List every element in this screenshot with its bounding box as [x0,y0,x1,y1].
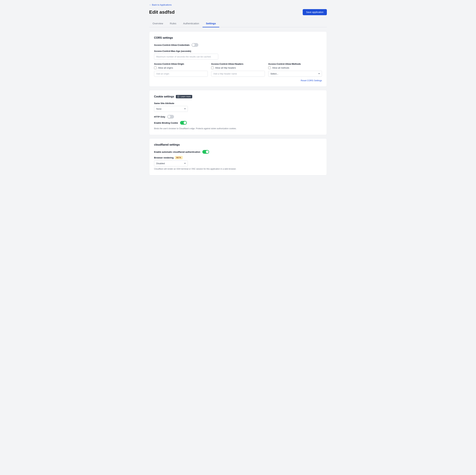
allow-all-origins-checkbox[interactable] [154,67,157,69]
allow-all-methods-checkbox[interactable] [268,67,271,69]
reset-cors-link[interactable]: Reset CORS Settings [301,79,322,82]
allow-all-headers-checkbox[interactable] [211,67,214,69]
learn-more-badge[interactable]: Learn more [176,95,192,98]
http-only-label: HTTP Only [154,116,165,118]
origin-col-label: Access-Control-Allow-Origin [154,63,208,65]
same-site-select[interactable]: None Lax Strict [154,106,188,112]
max-age-input[interactable] [154,54,218,60]
http-only-row: HTTP Only [154,115,322,119]
browser-rendering-label: Browser rendering [154,156,174,159]
tab-authentication[interactable]: Authentication [180,20,203,27]
back-to-applications-link[interactable]: ← Back to Applications [149,3,172,6]
allow-all-methods-label[interactable]: Allow all methods [272,67,289,69]
browser-rendering-description: Cloudflare will render an SSH terminal o… [154,167,322,170]
binding-cookie-description: Binds the user's browser to Cloudflare's… [154,127,322,130]
auto-auth-toggle[interactable] [202,150,209,154]
cloudflared-settings-title: cloudflared settings [154,143,322,146]
binding-cookie-label: Enable Binding Cookie [154,122,178,124]
auto-auth-row: Enable automatic cloudflared authenticat… [154,150,322,154]
headers-input[interactable] [211,71,265,77]
cors-methods-col: Access-Control-Allow-Methods Allow all m… [268,63,322,77]
reset-cors-link-container: Reset CORS Settings [154,79,322,82]
http-only-slider [167,115,174,119]
browser-rendering-select[interactable]: Disabled SSH VNC [154,160,188,166]
cookie-settings-title: Cookie settings [154,95,174,98]
auto-auth-label: Enable automatic cloudflared authenticat… [154,151,200,153]
tab-rules[interactable]: Rules [167,20,180,27]
cors-headers-col: Access-Control-Allow-Headers Allow all h… [211,63,265,77]
save-application-button[interactable]: Save application [303,9,327,15]
allow-all-headers-row: Allow all http headers [211,67,265,69]
credentials-label: Access-Control-Allow-Credentials [154,44,189,46]
beta-badge: BETA [175,156,183,159]
tab-overview[interactable]: Overview [149,20,167,27]
allow-all-headers-label[interactable]: Allow all http headers [215,67,236,69]
allow-all-origins-label[interactable]: Allow all origins [158,67,173,69]
same-site-label: Same Site Attribute [154,102,322,104]
origin-input[interactable] [154,71,208,77]
learn-more-label: Learn more [180,95,191,98]
page-title: Edit asdfsd [149,9,175,15]
allow-all-methods-row: Allow all methods [268,67,322,69]
cookie-settings-card: Cookie settings Learn more Same Site Att… [149,90,327,135]
binding-cookie-slider [180,121,187,125]
http-only-toggle[interactable] [167,115,174,119]
cors-grid: Access-Control-Allow-Origin Allow all or… [154,63,322,77]
binding-cookie-row: Enable Binding Cookie [154,121,322,125]
binding-cookie-toggle[interactable] [180,121,187,125]
cookie-title-row: Cookie settings Learn more [154,95,322,98]
tabs-nav: Overview Rules Authentication Settings [149,20,327,27]
methods-col-label: Access-Control-Allow-Methods [268,63,322,65]
tab-settings[interactable]: Settings [203,20,219,27]
allow-all-origins-row: Allow all origins [154,67,208,69]
cors-settings-title: CORS settings [154,36,322,39]
cors-settings-card: CORS settings Access-Control-Allow-Crede… [149,32,327,87]
cloudflared-settings-card: cloudflared settings Enable automatic cl… [149,138,327,175]
auto-auth-slider [202,150,209,154]
page-header: Edit asdfsd Save application [149,9,327,15]
headers-col-label: Access-Control-Allow-Headers [211,63,265,65]
credentials-toggle-slider [191,43,198,47]
badge-book-icon [177,95,180,98]
max-age-label: Access-Control-Max-Age (seconds) [154,50,322,52]
credentials-toggle[interactable] [191,43,198,47]
methods-select[interactable]: Select... GET POST PUT DELETE PATCH OPTI… [268,71,322,77]
cors-origin-col: Access-Control-Allow-Origin Allow all or… [154,63,208,77]
